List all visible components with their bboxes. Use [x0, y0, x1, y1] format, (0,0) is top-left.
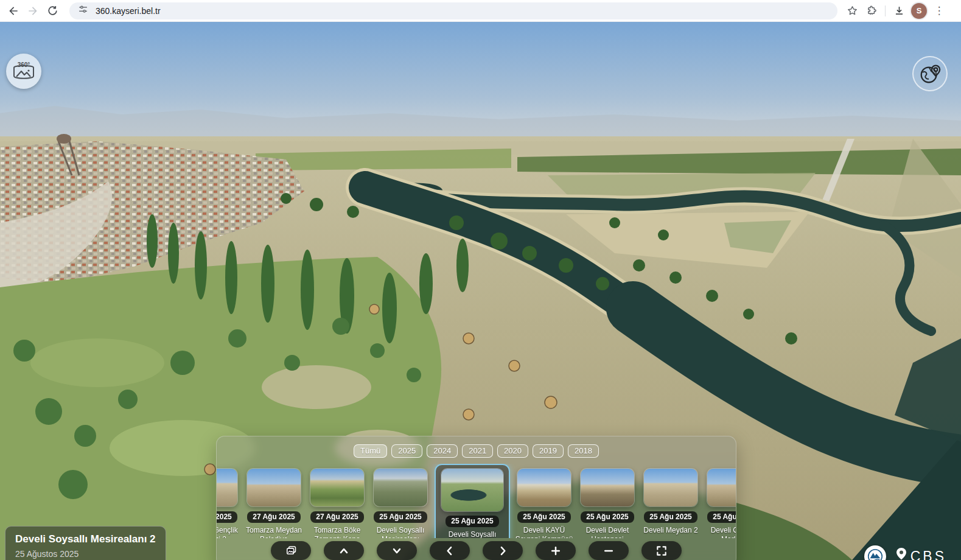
logo-360-badge[interactable]: 360° — [6, 54, 41, 89]
thumbnail-label: Develi Soysallı Mesirealanı — [371, 526, 430, 538]
back-icon[interactable] — [4, 1, 23, 21]
timeline-panel: Tümü 2025 2024 2021 2020 2019 2018 27 Ağ… — [216, 436, 736, 560]
year-chip-2024[interactable]: 2024 — [427, 444, 458, 458]
thumbnail-image — [517, 469, 571, 506]
menu-kebab-icon[interactable]: ⋮ — [929, 1, 949, 21]
thumbnail-image — [217, 469, 237, 506]
thumbnail-label: Develi Soysallı Mesirealanı 2 — [438, 530, 506, 538]
fullscreen-button[interactable] — [641, 541, 682, 560]
kayseri-municipality-logo[interactable] — [864, 545, 886, 560]
profile-avatar[interactable]: S — [911, 3, 927, 19]
map-globe-button[interactable] — [912, 56, 948, 91]
carousel-item[interactable]: 27 Ağu 2025 Tomarza Gençlik Merkezi 2 — [217, 464, 240, 538]
thumbnail-image — [310, 469, 364, 506]
thumbnail-image — [707, 469, 736, 506]
thumbnail-label: Develi Devlet Hastanesi — [578, 526, 637, 538]
thumbnail-date: 25 Ağu 2025 — [517, 511, 571, 523]
pan-down-button[interactable] — [377, 541, 417, 560]
thumbnail-label: Tomarza Böke Zamantı Kano — [308, 526, 366, 538]
browser-toolbar: 360.kayseri.bel.tr S ⋮ — [0, 0, 961, 22]
year-chip-2018[interactable]: 2018 — [568, 444, 599, 458]
carousel-item[interactable]: 25 Ağu 2025 Develi Gençlik Merkezi — [705, 464, 736, 538]
download-icon[interactable] — [889, 1, 909, 21]
extensions-icon[interactable] — [862, 1, 881, 21]
year-chip-2020[interactable]: 2020 — [497, 444, 528, 458]
thumbnail-date: 25 Ağu 2025 — [581, 511, 634, 523]
year-chip-2025[interactable]: 2025 — [391, 444, 422, 458]
brand-area: CBS — [864, 545, 946, 560]
carousel-item[interactable]: 25 Ağu 2025 Develi Meydan 2 — [641, 464, 700, 535]
thumbnail-date: 27 Ağu 2025 — [247, 511, 301, 523]
forward-icon[interactable] — [23, 1, 43, 21]
year-chip-2019[interactable]: 2019 — [533, 444, 564, 458]
thumbnail-date: 27 Ağu 2025 — [310, 511, 364, 523]
carousel-clip: 27 Ağu 2025 Tomarza Gençlik Merkezi 2 27… — [217, 464, 736, 538]
url-text: 360.kayseri.bel.tr — [96, 6, 161, 16]
cbs-label: CBS — [910, 548, 946, 560]
page: 360.kayseri.bel.tr S ⋮ — [0, 0, 961, 560]
thumbnail-date: 25 Ağu 2025 — [446, 516, 499, 527]
refresh-icon[interactable] — [43, 1, 62, 21]
pan-up-button[interactable] — [324, 541, 364, 560]
panorama-viewer: 360° Develi Soysallı Mesirealanı 2 25 Ağ… — [0, 22, 961, 560]
thumbnail-date: 25 Ağu 2025 — [707, 511, 736, 523]
pan-right-button[interactable] — [483, 541, 523, 560]
site-settings-icon[interactable] — [78, 4, 88, 17]
badge-360-label: 360° — [18, 61, 30, 68]
gallery-button[interactable] — [271, 541, 311, 560]
thumbnail-image — [581, 469, 634, 506]
carousel-item[interactable]: 25 Ağu 2025 Develi Devlet Hastanesi — [578, 464, 637, 538]
location-date: 25 Ağustos 2025 — [15, 549, 156, 559]
year-chip-all[interactable]: Tümü — [354, 444, 387, 458]
carousel-item-selected[interactable]: 25 Ağu 2025 Develi Soysallı Mesirealanı … — [435, 464, 510, 538]
bookmark-star-icon[interactable] — [842, 1, 862, 21]
thumbnail-label: Tomarza Gençlik Merkezi 2 — [217, 526, 240, 538]
thumbnail-label: Tomarza Meydan Belediye — [245, 526, 303, 538]
location-info-card: Develi Soysallı Mesirealanı 2 25 Ağustos… — [5, 526, 166, 560]
address-bar[interactable]: 360.kayseri.bel.tr — [69, 2, 837, 19]
thumbnail-image — [644, 469, 697, 506]
pan-left-button[interactable] — [430, 541, 470, 560]
carousel-item[interactable]: 25 Ağu 2025 Develi KAYÜ Seyrani Kampüsü … — [515, 464, 573, 538]
thumbnail-image — [441, 469, 503, 511]
thumbnail-label: Develi Gençlik Merkezi — [705, 526, 736, 538]
thumbnail-image — [247, 469, 301, 506]
year-chip-2021[interactable]: 2021 — [462, 444, 493, 458]
cbs-logo[interactable]: CBS — [893, 547, 946, 560]
toolbar-actions: S ⋮ — [842, 1, 949, 21]
location-title: Develi Soysallı Mesirealanı 2 — [15, 533, 156, 545]
zoom-in-button[interactable] — [536, 541, 576, 560]
carousel-track: 27 Ağu 2025 Tomarza Gençlik Merkezi 2 27… — [217, 464, 736, 538]
carousel-item[interactable]: 25 Ağu 2025 Develi Soysallı Mesirealanı — [371, 464, 430, 538]
carousel-item[interactable]: 27 Ağu 2025 Tomarza Böke Zamantı Kano — [308, 464, 366, 538]
thumbnail-date: 25 Ağu 2025 — [644, 511, 697, 523]
year-filter-row: Tümü 2025 2024 2021 2020 2019 2018 — [217, 444, 736, 458]
zoom-out-button[interactable] — [589, 541, 629, 560]
thumbnail-label: Develi KAYÜ Seyrani Kampüsü 2 — [515, 526, 573, 538]
thumbnail-date: 25 Ağu 2025 — [374, 511, 427, 523]
toolbar-divider — [885, 5, 886, 16]
thumbnail-image — [374, 469, 427, 506]
carousel-item[interactable]: 27 Ağu 2025 Tomarza Meydan Belediye — [245, 464, 303, 538]
thumbnail-label: Develi Meydan 2 — [641, 526, 700, 535]
pin-layers-icon — [893, 547, 909, 560]
viewer-controls — [217, 541, 736, 560]
thumbnail-date: 27 Ağu 2025 — [217, 511, 237, 523]
